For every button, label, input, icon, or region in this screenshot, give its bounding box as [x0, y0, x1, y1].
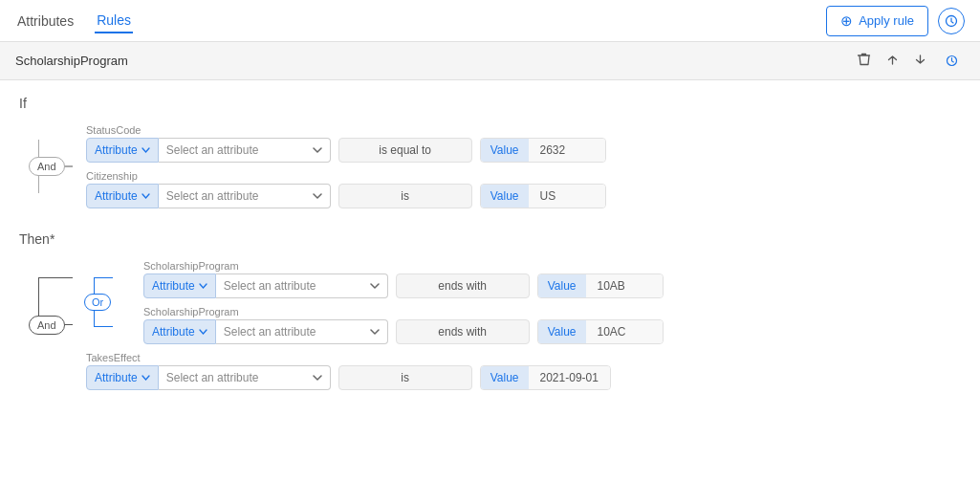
then-and-badge: And	[29, 316, 65, 335]
then-value-group-1: Value 10AC	[537, 319, 664, 344]
then-attr-group-2: Attribute Select an attribute	[86, 365, 331, 390]
if-attr-dropdown-1[interactable]: Attribute	[86, 184, 159, 208]
move-up-button[interactable]	[882, 51, 903, 71]
then-attr-label-1: Attribute	[152, 325, 195, 339]
move-down-button[interactable]	[910, 51, 930, 71]
if-and-badge: And	[29, 157, 65, 176]
then-attr-select-1[interactable]: Select an attribute	[216, 319, 388, 344]
then-value-2: 2021-09-01	[529, 366, 610, 389]
if-field-label-1: Citizenship	[86, 170, 961, 182]
then-field-label-0: ScholarshipProgram	[143, 260, 961, 272]
if-attr-group-1: Attribute Select an attribute	[86, 184, 331, 208]
if-attr-select-0[interactable]: Select an attribute	[159, 138, 331, 163]
then-attr-dropdown-0[interactable]: Attribute	[143, 273, 216, 298]
main-content: If And StatusCode Attribute Select	[0, 80, 980, 503]
if-section: If And StatusCode Attribute Select	[19, 96, 961, 208]
then-attr-select-0[interactable]: Select an attribute	[216, 273, 388, 298]
if-attr-label-0: Attribute	[95, 143, 138, 157]
if-value-label-1: Value	[481, 185, 529, 208]
then-row-1: ScholarshipProgram Attribute Select an a…	[143, 306, 961, 344]
if-label: If	[19, 96, 961, 111]
then-attr-label-2: Attribute	[95, 371, 138, 384]
if-attr-label-1: Attribute	[95, 189, 138, 203]
then-value-1: 10AC	[586, 320, 663, 343]
history-icon-button[interactable]	[938, 8, 965, 34]
if-attr-dropdown-0[interactable]: Attribute	[86, 138, 159, 163]
tab-attributes[interactable]: Attributes	[15, 10, 76, 33]
then-row-0: ScholarshipProgram Attribute Select an a…	[143, 260, 961, 298]
tab-rules[interactable]: Rules	[95, 9, 133, 33]
if-attr-select-1[interactable]: Select an attribute	[159, 184, 331, 208]
then-field-label-2: TakesEffect	[86, 352, 961, 363]
plus-icon: ⊕	[840, 12, 853, 30]
then-field-label-1: ScholarshipProgram	[143, 306, 961, 317]
rule-history-button[interactable]	[938, 48, 965, 75]
then-value-group-0: Value 10AB	[537, 273, 664, 298]
then-or-badge: Or	[84, 294, 111, 311]
then-attr-group-0: Attribute Select an attribute	[143, 273, 388, 298]
tab-group: Attributes Rules	[15, 9, 133, 33]
then-value-0: 10AB	[586, 274, 663, 297]
if-value-label-0: Value	[481, 139, 529, 162]
rule-title: ScholarshipProgram	[15, 54, 128, 68]
then-value-group-2: Value 2021-09-01	[480, 365, 611, 390]
then-attr-group-1: Attribute Select an attribute	[143, 319, 388, 344]
then-operator-2: is	[338, 365, 472, 390]
then-attr-select-2[interactable]: Select an attribute	[159, 365, 331, 390]
if-attr-group-0: Attribute Select an attribute	[86, 138, 331, 163]
then-attr-dropdown-1[interactable]: Attribute	[143, 319, 216, 344]
if-operator-1: is	[338, 184, 472, 208]
then-label: Then*	[19, 231, 961, 247]
then-row-2: TakesEffect Attribute Select an attribut…	[86, 352, 961, 390]
if-condition-row-0: StatusCode Attribute Select an attribute…	[86, 124, 961, 163]
if-value-group-1: Value US	[480, 184, 606, 208]
then-operator-0: ends with	[396, 273, 530, 298]
then-value-label-2: Value	[481, 366, 529, 389]
apply-rule-button[interactable]: ⊕ Apply rule	[826, 6, 928, 36]
then-attr-label-0: Attribute	[152, 279, 195, 293]
apply-rule-label: Apply rule	[859, 13, 914, 28]
if-value-1: US	[529, 185, 605, 208]
rule-actions	[853, 48, 965, 75]
delete-rule-button[interactable]	[853, 50, 875, 72]
then-operator-1: ends with	[396, 319, 530, 344]
if-value-group-0: Value 2632	[480, 138, 606, 163]
then-value-label-1: Value	[538, 320, 586, 343]
if-field-label-0: StatusCode	[86, 124, 961, 136]
if-condition-row-1: Citizenship Attribute Select an attribut…	[86, 170, 961, 208]
top-bar: Attributes Rules ⊕ Apply rule	[0, 0, 980, 42]
if-operator-0: is equal to	[338, 138, 472, 163]
then-section: Then* And Or ScholarshipProgram	[19, 231, 961, 390]
then-value-label-0: Value	[538, 274, 586, 297]
then-attr-dropdown-2[interactable]: Attribute	[86, 365, 159, 390]
if-value-0: 2632	[529, 139, 605, 162]
top-actions: ⊕ Apply rule	[826, 6, 965, 36]
rule-header: ScholarshipProgram	[0, 42, 980, 80]
